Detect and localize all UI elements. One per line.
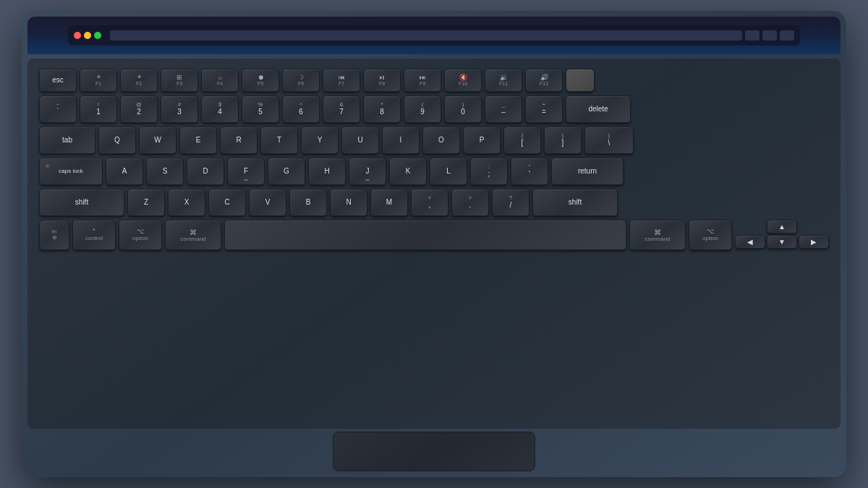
key-tab[interactable]: tab	[39, 127, 95, 154]
key-p[interactable]: P	[463, 127, 501, 154]
arrow-up-row: ▲	[735, 220, 829, 234]
key-close-bracket[interactable]: } ]	[544, 127, 582, 154]
key-x[interactable]: X	[168, 189, 205, 216]
key-c[interactable]: C	[208, 189, 246, 216]
status-item	[762, 30, 777, 40]
key-touchid[interactable]	[566, 69, 595, 92]
key-5[interactable]: % 5	[242, 95, 279, 123]
status-item	[780, 30, 794, 40]
key-2[interactable]: @ 2	[120, 95, 158, 123]
key-comma[interactable]: < ,	[411, 189, 448, 216]
key-f10[interactable]: 🔇 F10	[444, 69, 482, 92]
key-3[interactable]: # 3	[161, 95, 198, 123]
key-9[interactable]: ( 9	[404, 95, 441, 123]
key-j[interactable]: J	[349, 158, 386, 185]
key-shift-right[interactable]: shift	[532, 189, 618, 216]
key-equal[interactable]: + =	[525, 95, 563, 123]
key-m[interactable]: M	[370, 189, 408, 216]
key-period[interactable]: > .	[451, 189, 489, 216]
key-t[interactable]: T	[260, 127, 298, 154]
key-v[interactable]: V	[249, 189, 286, 216]
key-arrow-left[interactable]: ◀	[735, 235, 765, 249]
key-esc-label: esc	[52, 76, 64, 85]
key-minus[interactable]: _ –	[485, 95, 522, 123]
key-arrow-down[interactable]: ▼	[767, 235, 797, 249]
key-f3[interactable]: ⊞ F3	[161, 69, 198, 92]
key-semicolon[interactable]: : ;	[470, 158, 508, 185]
key-y[interactable]: Y	[301, 127, 339, 154]
key-d[interactable]: D	[187, 158, 224, 185]
key-o[interactable]: O	[422, 127, 460, 154]
key-w[interactable]: W	[139, 127, 176, 154]
key-6[interactable]: ^ 6	[282, 95, 320, 123]
dot-yellow	[84, 32, 91, 39]
menu-bar-items	[110, 30, 742, 40]
key-u[interactable]: U	[341, 127, 379, 154]
key-option-left[interactable]: ⌥ option	[119, 220, 162, 250]
key-f6[interactable]: ☽ F6	[282, 69, 320, 92]
key-f8[interactable]: ⏯ F8	[363, 69, 401, 92]
key-arrow-right[interactable]: ▶	[799, 235, 829, 249]
dot-red	[74, 32, 81, 39]
key-z[interactable]: Z	[127, 189, 165, 216]
key-return[interactable]: return	[551, 158, 624, 185]
key-f9[interactable]: ⏭ F9	[404, 69, 441, 92]
key-backtick[interactable]: ~ `	[39, 95, 77, 123]
key-4[interactable]: $ 4	[201, 95, 239, 123]
key-command-left[interactable]: ⌘ command	[165, 220, 221, 250]
key-fn[interactable]: fn ⊕	[39, 220, 69, 250]
status-item	[745, 30, 760, 40]
key-control[interactable]: ⌃ control	[72, 220, 116, 250]
key-f4[interactable]: ⌕ F4	[201, 69, 239, 92]
key-1[interactable]: ! 1	[80, 95, 117, 123]
key-f12[interactable]: 🔊 F12	[525, 69, 563, 92]
key-shift-left[interactable]: shift	[39, 189, 124, 216]
key-b[interactable]: B	[289, 189, 327, 216]
zxcv-row: shift Z X C V B N M < , > . ? / shift	[39, 189, 829, 216]
key-f5[interactable]: ⏺ F5	[242, 69, 279, 92]
key-e[interactable]: E	[179, 127, 217, 154]
screen-area	[27, 17, 841, 54]
key-command-right[interactable]: ⌘ command	[629, 220, 686, 250]
laptop-body: esc ☀ F1 ☀ F2 ⊞ F3 ⌕ F4 ⏺ F5	[22, 11, 846, 477]
key-h[interactable]: H	[308, 158, 346, 185]
key-delete[interactable]: delete	[566, 95, 631, 123]
key-r[interactable]: R	[220, 127, 258, 154]
key-quote[interactable]: " '	[511, 158, 548, 185]
keyboard-area: esc ☀ F1 ☀ F2 ⊞ F3 ⌕ F4 ⏺ F5	[27, 59, 841, 429]
key-slash[interactable]: ? /	[492, 189, 529, 216]
qwerty-row: tab Q W E R T Y U I O P { [ } ] | \	[39, 127, 829, 154]
key-q[interactable]: Q	[98, 127, 136, 154]
key-k[interactable]: K	[389, 158, 427, 185]
key-f11[interactable]: 🔉 F11	[485, 69, 522, 92]
key-i[interactable]: I	[382, 127, 420, 154]
key-capslock[interactable]: caps lock	[39, 158, 103, 185]
arrow-bottom-row: ◀ ▼ ▶	[735, 235, 829, 249]
key-open-bracket[interactable]: { [	[503, 127, 541, 154]
key-7[interactable]: & 7	[323, 95, 360, 123]
key-s[interactable]: S	[146, 158, 184, 185]
key-8[interactable]: * 8	[363, 95, 401, 123]
dot-green	[94, 32, 101, 39]
key-option-right[interactable]: ⌥ option	[689, 220, 732, 250]
key-backslash[interactable]: | \	[584, 127, 634, 154]
key-l[interactable]: L	[430, 158, 467, 185]
key-esc[interactable]: esc	[39, 69, 77, 92]
key-0[interactable]: ) 0	[444, 95, 482, 123]
key-a[interactable]: A	[106, 158, 143, 185]
key-g[interactable]: G	[268, 158, 305, 185]
number-row: ~ ` ! 1 @ 2 # 3 $ 4 % 5	[39, 95, 829, 123]
key-n[interactable]: N	[330, 189, 367, 216]
key-f1[interactable]: ☀ F1	[80, 69, 117, 92]
bottom-row: fn ⊕ ⌃ control ⌥ option ⌘ command ⌘ comm…	[39, 220, 829, 250]
fn-row: esc ☀ F1 ☀ F2 ⊞ F3 ⌕ F4 ⏺ F5	[39, 69, 829, 92]
key-space[interactable]	[224, 220, 626, 250]
asdf-row: caps lock A S D F G H J K L : ; " '	[39, 158, 829, 185]
trackpad[interactable]	[333, 432, 535, 471]
capslock-led	[46, 164, 49, 168]
key-f2[interactable]: ☀ F2	[120, 69, 158, 92]
key-f7[interactable]: ⏮ F7	[323, 69, 360, 92]
taskbar	[68, 25, 800, 46]
key-arrow-up[interactable]: ▲	[767, 220, 797, 234]
key-f[interactable]: F	[227, 158, 265, 185]
